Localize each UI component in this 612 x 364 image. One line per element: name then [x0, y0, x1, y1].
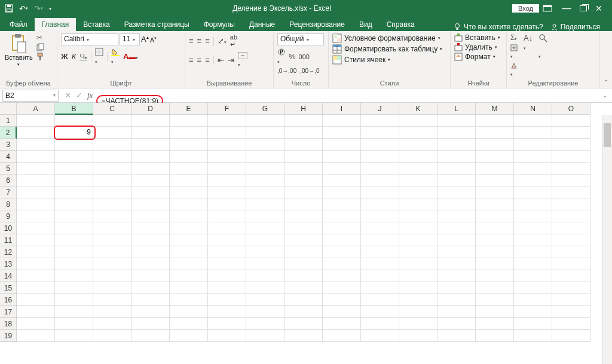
cell[interactable] [476, 139, 514, 151]
cell[interactable] [476, 163, 514, 175]
cell[interactable] [437, 234, 476, 246]
cell[interactable] [284, 186, 323, 198]
cell[interactable] [437, 163, 476, 175]
cell[interactable] [476, 115, 514, 127]
cell[interactable] [476, 175, 514, 186]
column-header[interactable]: J [361, 103, 399, 115]
cell[interactable] [93, 306, 131, 318]
cell[interactable] [514, 198, 552, 210]
cell[interactable] [361, 282, 399, 294]
cell[interactable] [399, 222, 437, 234]
column-header[interactable]: E [170, 103, 208, 115]
cell[interactable] [476, 234, 514, 246]
row-header[interactable]: 2 [0, 127, 17, 139]
cell[interactable] [55, 282, 93, 294]
cell[interactable] [476, 318, 514, 330]
cell[interactable] [514, 234, 552, 246]
bold-button[interactable]: Ж [61, 52, 68, 61]
cell[interactable] [93, 246, 131, 258]
tab-formulas[interactable]: Формулы [197, 18, 242, 31]
cell[interactable] [552, 270, 590, 282]
cell[interactable] [361, 127, 399, 139]
orientation-icon[interactable]: ⤢▾ [218, 36, 227, 45]
cell[interactable] [552, 234, 590, 246]
cell[interactable] [437, 246, 476, 258]
cell[interactable] [170, 246, 208, 258]
cell[interactable] [246, 139, 284, 151]
cell[interactable] [514, 282, 552, 294]
cell[interactable] [552, 330, 590, 342]
cell[interactable] [17, 210, 55, 222]
row-header[interactable]: 8 [0, 198, 17, 210]
cell[interactable] [361, 151, 399, 163]
cell[interactable] [208, 115, 246, 127]
cell[interactable] [246, 246, 284, 258]
cell[interactable] [399, 115, 437, 127]
align-top-icon[interactable]: ≡ [189, 36, 194, 45]
cell[interactable] [514, 258, 552, 270]
cell[interactable] [323, 234, 361, 246]
cell[interactable] [284, 282, 323, 294]
cell[interactable] [55, 175, 93, 186]
cell[interactable] [323, 222, 361, 234]
clear-icon[interactable]: ▾ [510, 62, 518, 78]
cell[interactable] [552, 306, 590, 318]
cell[interactable] [208, 163, 246, 175]
cell[interactable] [284, 258, 323, 270]
cell[interactable] [284, 198, 323, 210]
cell[interactable] [17, 175, 55, 186]
cell[interactable] [131, 175, 170, 186]
cell[interactable] [399, 258, 437, 270]
cell[interactable] [170, 175, 208, 186]
sort-filter-icon[interactable]: A↓▾ [524, 33, 533, 51]
cell[interactable] [131, 282, 170, 294]
cell[interactable] [476, 306, 514, 318]
cell[interactable] [208, 151, 246, 163]
cell[interactable] [55, 294, 93, 306]
cell[interactable] [93, 210, 131, 222]
cell[interactable] [552, 210, 590, 222]
cell[interactable] [399, 127, 437, 139]
cell[interactable] [323, 306, 361, 318]
merge-icon[interactable]: ▾ [238, 52, 247, 68]
cell[interactable] [399, 246, 437, 258]
paste-button[interactable]: Вставить▾ [4, 33, 34, 67]
cell[interactable] [514, 175, 552, 186]
restore-icon[interactable] [580, 4, 587, 13]
cell[interactable] [323, 258, 361, 270]
cell[interactable] [170, 294, 208, 306]
copy-icon[interactable] [36, 43, 45, 51]
row-header[interactable]: 13 [0, 258, 17, 270]
tab-data[interactable]: Данные [242, 18, 282, 31]
cell[interactable] [55, 330, 93, 342]
cell[interactable] [361, 294, 399, 306]
row-header[interactable]: 6 [0, 175, 17, 186]
cell[interactable] [476, 222, 514, 234]
conditional-formatting-button[interactable]: Условное форматирование▾ [332, 33, 446, 43]
decrease-decimal-icon[interactable]: ,00→,0 [300, 68, 319, 74]
cell[interactable] [361, 139, 399, 151]
cell[interactable] [437, 127, 476, 139]
cell[interactable] [552, 246, 590, 258]
cell[interactable] [246, 270, 284, 282]
cell[interactable] [246, 115, 284, 127]
cell[interactable] [55, 186, 93, 198]
cell[interactable] [284, 234, 323, 246]
cell[interactable] [361, 270, 399, 282]
cell[interactable] [55, 258, 93, 270]
cell[interactable] [361, 163, 399, 175]
vertical-scrollbar[interactable] [602, 115, 612, 364]
cell[interactable] [514, 330, 552, 342]
cell[interactable] [399, 282, 437, 294]
cell[interactable] [170, 163, 208, 175]
cell[interactable] [93, 139, 131, 151]
cell[interactable] [17, 318, 55, 330]
align-right-icon[interactable]: ≡ [205, 56, 210, 65]
cell[interactable] [208, 294, 246, 306]
cell[interactable] [323, 270, 361, 282]
cell[interactable] [93, 282, 131, 294]
cell[interactable] [93, 258, 131, 270]
cell[interactable] [437, 139, 476, 151]
number-format-select[interactable]: Общий [277, 33, 324, 45]
cell[interactable] [476, 151, 514, 163]
